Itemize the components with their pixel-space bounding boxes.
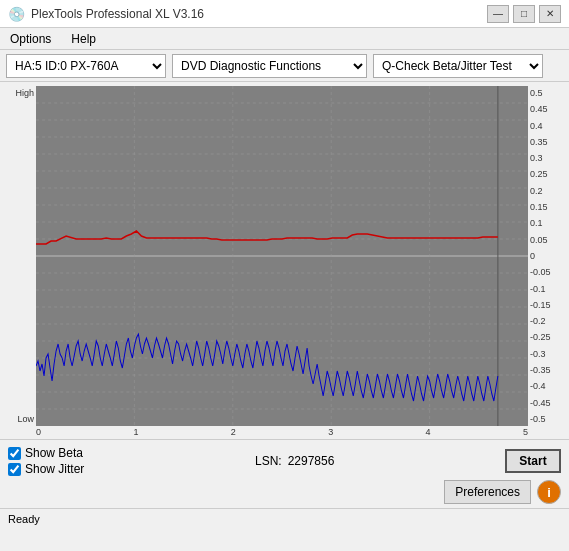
chart-area: High Low [0, 82, 569, 439]
show-beta-label[interactable]: Show Beta [25, 446, 83, 460]
status-text: Ready [8, 513, 40, 525]
show-jitter-row: Show Jitter [8, 462, 84, 476]
test-select[interactable]: Q-Check Beta/Jitter Test [373, 54, 543, 78]
lsn-label: LSN: [255, 454, 282, 468]
maximize-button[interactable]: □ [513, 5, 535, 23]
prefs-row: Preferences i [8, 480, 561, 504]
show-jitter-checkbox[interactable] [8, 463, 21, 476]
minimize-button[interactable]: — [487, 5, 509, 23]
lsn-area: LSN: 2297856 [255, 454, 334, 468]
app-title: PlexTools Professional XL V3.16 [31, 7, 204, 21]
y-axis-right: 0.5 0.45 0.4 0.35 0.3 0.25 0.2 0.15 0.1 … [528, 86, 563, 426]
toolbar: HA:5 ID:0 PX-760A DVD Diagnostic Functio… [0, 50, 569, 82]
menu-help[interactable]: Help [65, 31, 102, 47]
show-jitter-label[interactable]: Show Jitter [25, 462, 84, 476]
high-label: High [15, 88, 34, 98]
menu-bar: Options Help [0, 28, 569, 50]
info-button[interactable]: i [537, 480, 561, 504]
drive-select[interactable]: HA:5 ID:0 PX-760A [6, 54, 166, 78]
y-axis-left: High Low [6, 86, 36, 426]
close-button[interactable]: ✕ [539, 5, 561, 23]
preferences-button[interactable]: Preferences [444, 480, 531, 504]
chart-plot [36, 86, 528, 426]
title-bar: 💿 PlexTools Professional XL V3.16 — □ ✕ [0, 0, 569, 28]
start-button[interactable]: Start [505, 449, 561, 473]
show-beta-row: Show Beta [8, 446, 84, 460]
chart-svg [36, 86, 528, 426]
show-beta-checkbox[interactable] [8, 447, 21, 460]
x-axis: 0 1 2 3 4 5 [6, 426, 528, 437]
checkboxes: Show Beta Show Jitter [8, 446, 84, 476]
function-select[interactable]: DVD Diagnostic Functions [172, 54, 367, 78]
bottom-row: Show Beta Show Jitter LSN: 2297856 Start [8, 446, 561, 476]
status-bar: Ready [0, 508, 569, 528]
app-icon: 💿 [8, 6, 25, 22]
button-area: Start [505, 449, 561, 473]
lsn-value: 2297856 [288, 454, 335, 468]
low-label: Low [17, 414, 34, 424]
menu-options[interactable]: Options [4, 31, 57, 47]
bottom-panel: Show Beta Show Jitter LSN: 2297856 Start… [0, 439, 569, 508]
